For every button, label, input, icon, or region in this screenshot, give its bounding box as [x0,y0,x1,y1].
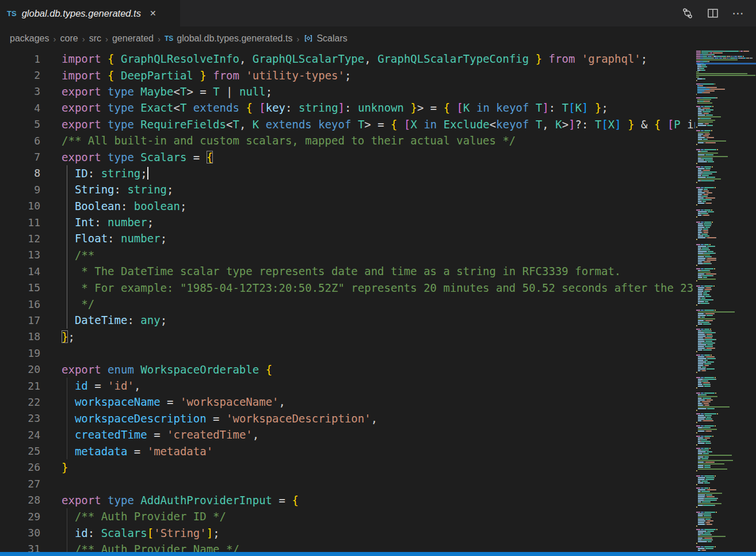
code-line[interactable]: 2import { DeepPartial } from 'utility-ty… [0,67,695,83]
code-line[interactable]: 24 createdTime = 'createdTime', [0,426,695,443]
line-number[interactable]: 14 [0,265,40,277]
breadcrumb-item-src[interactable]: src [89,33,101,44]
more-actions-button[interactable]: ⋯ [730,5,747,22]
code-text: metadata = 'metadata' [62,445,213,458]
line-number[interactable]: 11 [0,216,40,229]
line-number[interactable]: 7 [0,151,40,163]
code-line[interactable]: 21 id = 'id', [0,378,695,394]
indent-guide [67,378,67,459]
line-number[interactable]: 15 [0,281,40,294]
code-text: String: string; [62,183,174,196]
code-line[interactable]: 22 workspaceName = 'workspaceName', [0,394,695,410]
code-text: } [62,461,68,474]
typescript-icon: TS [165,35,173,43]
code-text: import { DeepPartial } from 'utility-typ… [62,69,351,82]
line-number[interactable]: 2 [0,69,40,81]
code-line[interactable]: 17 DateTime: any; [0,312,695,328]
line-number[interactable]: 23 [0,412,40,424]
editor[interactable]: 1import { GraphQLResolveInfo, GraphQLSca… [0,51,695,552]
code-text: ID: string; [62,167,148,180]
line-number[interactable]: 9 [0,184,40,196]
line-number[interactable]: 19 [0,347,40,359]
breadcrumb-item-core[interactable]: core [60,33,78,44]
breadcrumb-item-scalars[interactable]: Scalars [316,33,347,44]
line-number[interactable]: 1 [0,53,40,65]
line-number[interactable]: 27 [0,478,40,490]
line-number[interactable]: 24 [0,429,40,441]
line-number[interactable]: 25 [0,445,40,457]
line-number[interactable]: 6 [0,135,40,147]
minimap-row [696,550,756,551]
code-line[interactable]: 10 Boolean: boolean; [0,198,695,214]
code-line[interactable]: 30 id: Scalars['String']; [0,524,695,540]
line-number[interactable]: 3 [0,85,40,97]
line-number[interactable]: 31 [0,543,40,552]
code-line[interactable]: 25 metadata = 'metadata' [0,443,695,459]
code-line[interactable]: 19 [0,345,695,361]
code-line[interactable]: 6/** All built-in and custom scalars, ma… [0,132,695,148]
code-line[interactable]: 23 workspaceDescription = 'workspaceDesc… [0,410,695,426]
line-number[interactable]: 8 [0,167,40,179]
line-number[interactable]: 4 [0,102,40,114]
chevron-right-icon: › [82,34,85,44]
line-number[interactable]: 18 [0,330,40,342]
split-editor-button[interactable] [704,5,721,22]
minimap-cursor-line [696,63,756,64]
code-text: }; [62,330,75,343]
code-line[interactable]: 14 * The DateTime scalar type represents… [0,263,695,279]
code-line[interactable]: 11 Int: number; [0,214,695,230]
tab-global-db-types-generated-ts[interactable]: TS global.db.types.generated.ts ✕ [0,0,180,26]
code-line[interactable]: 29 /** Auth Provider ID */ [0,508,695,524]
code-line[interactable]: 31 /** Auth Provider Name */ [0,541,695,552]
line-number[interactable]: 20 [0,363,40,375]
line-number[interactable]: 28 [0,494,40,506]
line-number[interactable]: 21 [0,380,40,392]
line-number[interactable]: 16 [0,298,40,310]
code-line[interactable]: 4export type Exact<T extends { [key: str… [0,100,695,116]
line-number[interactable]: 10 [0,200,40,212]
code-text: * For example: "1985-04-12T23:20:50.52Z"… [62,281,695,294]
code-line[interactable]: 12 Float: number; [0,230,695,246]
code-text: import { GraphQLResolveInfo, GraphQLScal… [62,52,647,65]
code-line[interactable]: 26} [0,459,695,475]
code-text: export type Exact<T extends { [key: stri… [62,101,608,114]
line-number[interactable]: 26 [0,461,40,473]
line-number[interactable]: 5 [0,118,40,130]
chevron-right-icon: › [105,34,108,44]
editor-actions: ⋯ [679,0,756,26]
code-line[interactable]: 15 * For example: "1985-04-12T23:20:50.5… [0,279,695,295]
code-text: id = 'id', [62,379,140,392]
line-number[interactable]: 17 [0,314,40,326]
code-text: export enum WorkspaceOrderable { [62,363,272,376]
code-line[interactable]: 27 [0,475,695,492]
ellipsis-icon: ⋯ [732,6,744,20]
code-text: /** All built-in and custom scalars, map… [62,134,516,147]
code-text: /** Auth Provider Name */ [62,543,239,552]
breadcrumb-item-packages[interactable]: packages [10,33,49,44]
code-line[interactable]: 16 */ [0,296,695,312]
line-number[interactable]: 29 [0,511,40,523]
code-line[interactable]: 13 /** [0,247,695,263]
breadcrumb-item-generated[interactable]: generated [112,33,154,44]
code-line[interactable]: 9 String: string; [0,181,695,197]
code-line[interactable]: 18}; [0,329,695,345]
indent-guide [67,165,67,329]
code-text: export type Maybe<T> = T | null; [62,85,272,98]
minimap[interactable] [696,51,756,552]
line-number[interactable]: 12 [0,233,40,245]
line-number[interactable]: 22 [0,396,40,408]
line-number[interactable]: 13 [0,249,40,261]
code-text: createdTime = 'createdTime', [62,428,259,441]
close-icon[interactable]: ✕ [150,9,156,18]
code-line[interactable]: 20export enum WorkspaceOrderable { [0,361,695,377]
code-line[interactable]: 7export type Scalars = { [0,148,695,165]
code-line[interactable]: 5export type RequireFields<T, K extends … [0,116,695,132]
tab-filename: global.db.types.generated.ts [22,8,141,19]
code-line[interactable]: 1import { GraphQLResolveInfo, GraphQLSca… [0,51,695,67]
breadcrumb-item-filename[interactable]: global.db.types.generated.ts [177,33,292,44]
code-line[interactable]: 3export type Maybe<T> = T | null; [0,83,695,100]
open-changes-button[interactable] [679,5,696,22]
code-line[interactable]: 8 ID: string; [0,165,695,181]
code-line[interactable]: 28export type AddAuthProviderInput = { [0,492,695,508]
line-number[interactable]: 30 [0,527,40,539]
